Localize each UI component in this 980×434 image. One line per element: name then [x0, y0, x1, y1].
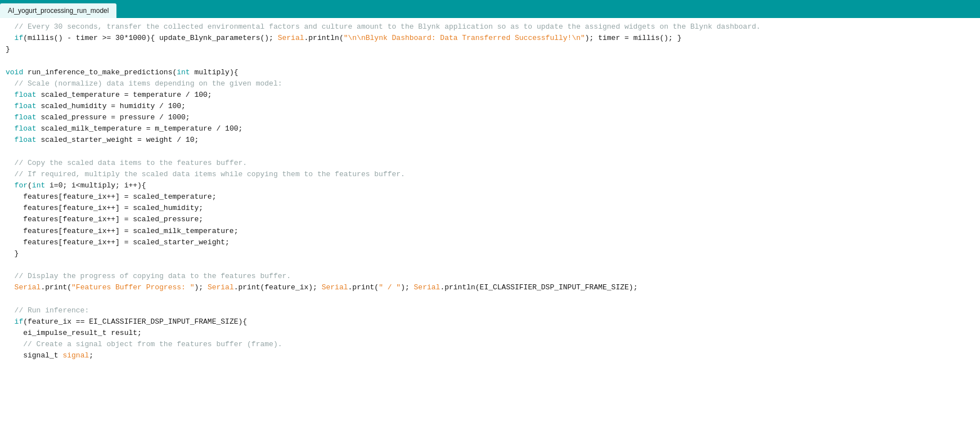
code-line: features[feature_ix++] = scaled_humidity… [6, 203, 974, 214]
code-line: // Scale (normalize) data items dependin… [6, 78, 974, 90]
code-line: // Every 30 seconds, transfer the collec… [6, 21, 974, 33]
code-line: features[feature_ix++] = scaled_starter_… [6, 237, 974, 248]
code-line [6, 146, 974, 158]
code-line: float scaled_humidity = humidity / 100; [6, 101, 974, 112]
code-line: // Create a signal object from the featu… [6, 339, 974, 350]
tab-bar: AI_yogurt_processing_run_model [0, 0, 980, 18]
code-line: // Copy the scaled data items to the fea… [6, 158, 974, 169]
code-line: float scaled_pressure = pressure / 1000; [6, 112, 974, 123]
code-editor: // Every 30 seconds, transfer the collec… [0, 18, 980, 365]
code-line: } [6, 248, 974, 259]
code-line: for(int i=0; i<multiply; i++){ [6, 180, 974, 191]
code-line: features[feature_ix++] = scaled_temperat… [6, 191, 974, 203]
tab-label: AI_yogurt_processing_run_model [8, 7, 109, 15]
code-line: float scaled_temperature = temperature /… [6, 90, 974, 101]
tab-ai-yogurt[interactable]: AI_yogurt_processing_run_model [0, 3, 116, 18]
code-line: features[feature_ix++] = scaled_pressure… [6, 214, 974, 225]
code-line: // If required, multiply the scaled data… [6, 169, 974, 180]
code-line: } [6, 44, 974, 55]
code-line: // Display the progress of copying data … [6, 271, 974, 282]
code-line: void run_inference_to_make_predictions(i… [6, 67, 974, 78]
code-line: if(millis() - timer >= 30*1000){ update_… [6, 33, 974, 44]
code-line: ei_impulse_result_t result; [6, 328, 974, 339]
code-line [6, 259, 974, 271]
code-line: signal_t signal; [6, 350, 974, 361]
code-line: features[feature_ix++] = scaled_milk_tem… [6, 226, 974, 237]
code-line [6, 55, 974, 66]
code-line: float scaled_starter_weight = weight / 1… [6, 135, 974, 146]
code-line: if(feature_ix == EI_CLASSIFIER_DSP_INPUT… [6, 316, 974, 328]
code-line: Serial.print("Features Buffer Progress: … [6, 282, 974, 293]
code-line: // Run inference: [6, 305, 974, 316]
code-line: float scaled_milk_temperature = m_temper… [6, 123, 974, 135]
code-line [6, 293, 974, 305]
